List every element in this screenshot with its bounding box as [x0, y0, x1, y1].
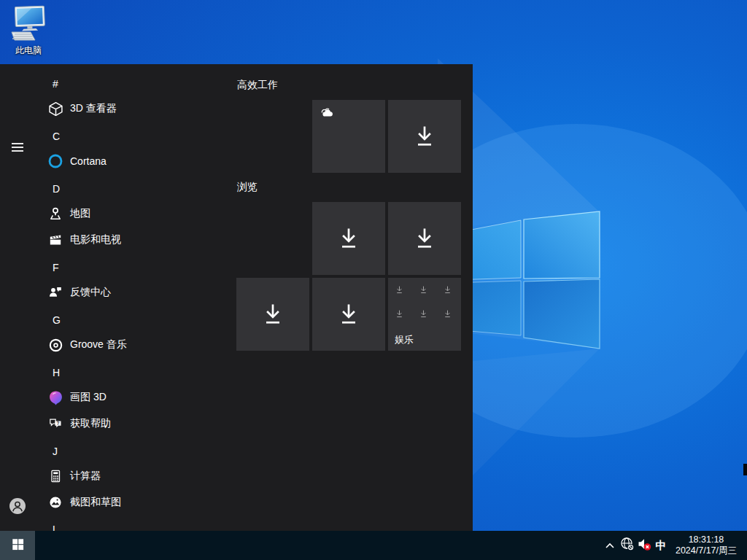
tile-group-title[interactable]: 浏览	[237, 181, 258, 194]
section-letter: #	[53, 78, 58, 90]
app-list-section[interactable]: J	[0, 440, 219, 463]
cortana-icon	[47, 152, 64, 170]
tile-onedrive[interactable]	[312, 100, 385, 173]
windows-logo-icon	[11, 537, 25, 554]
section-letter: G	[53, 314, 61, 326]
download-arrow-icon	[411, 225, 438, 252]
app-list-section[interactable]: F	[0, 256, 219, 279]
download-arrow-icon	[411, 123, 438, 149]
section-letter: C	[53, 131, 60, 142]
download-arrow-icon	[443, 285, 452, 295]
app-list-item[interactable]: ? 获取帮助	[0, 412, 219, 435]
clock-time: 18:31:18	[689, 534, 724, 545]
paint-3d-icon	[47, 389, 64, 406]
app-list-item[interactable]: 反馈中心	[0, 281, 219, 304]
movies-tv-icon	[47, 231, 64, 249]
download-arrow-icon	[443, 309, 452, 319]
tile-pending-download[interactable]	[388, 202, 461, 275]
screen-edge-artifact	[743, 464, 747, 475]
groove-music-icon	[47, 336, 64, 354]
tile-folder-entertainment[interactable]: 娱乐	[388, 278, 461, 351]
calculator-icon	[47, 467, 64, 485]
download-arrow-icon	[336, 301, 362, 327]
section-letter: F	[53, 262, 59, 273]
app-list-item[interactable]: 画图 3D	[0, 386, 219, 409]
start-menu: # 3D 查看器 C Cortana D 地	[0, 64, 473, 531]
network-tray-button[interactable]	[619, 531, 636, 560]
chevron-up-icon	[605, 539, 615, 552]
app-list-item-label: Cortana	[70, 155, 107, 167]
app-list-section[interactable]: C	[0, 125, 219, 148]
app-list-item-label: Groove 音乐	[70, 338, 127, 351]
svg-text:?: ?	[57, 421, 60, 426]
app-list-item-label: 地图	[70, 207, 90, 220]
3d-viewer-icon	[47, 100, 64, 117]
app-list-item[interactable]: Groove 音乐	[0, 333, 219, 357]
app-list-item[interactable]: 地图	[0, 202, 219, 225]
folder-tile-preview	[395, 285, 467, 333]
app-list-item-label: 获取帮助	[70, 417, 111, 430]
taskbar: 中 18:31:18 2024/7/17/周三	[0, 531, 747, 560]
maps-icon	[47, 205, 64, 222]
tile-pending-download[interactable]	[388, 100, 461, 173]
app-list-item-label: 反馈中心	[70, 286, 111, 299]
desktop-icon-this-pc[interactable]: 此电脑	[4, 4, 53, 55]
app-list-item[interactable]: 3D 查看器	[0, 97, 219, 120]
download-arrow-icon	[395, 285, 404, 295]
app-list-item-label: 画图 3D	[70, 391, 107, 404]
app-list-section[interactable]: #	[0, 72, 219, 96]
tile-pending-download[interactable]	[236, 278, 309, 351]
ime-chinese-label: 中	[656, 539, 667, 553]
download-arrow-icon	[260, 301, 286, 327]
app-list-item[interactable]: 电影和电视	[0, 228, 219, 252]
app-list-item-label: 计算器	[70, 470, 101, 483]
desktop-icon-label: 此电脑	[4, 46, 53, 55]
onedrive-cloud-icon	[319, 106, 336, 120]
taskbar-clock[interactable]: 18:31:18 2024/7/17/周三	[670, 531, 743, 560]
section-letter: L	[53, 524, 58, 531]
download-arrow-icon	[395, 309, 404, 319]
app-list-section[interactable]: G	[0, 308, 219, 332]
download-arrow-icon	[419, 309, 428, 319]
tile-pending-download[interactable]	[312, 278, 385, 351]
start-button[interactable]	[0, 531, 35, 560]
app-list-section[interactable]: H	[0, 361, 219, 384]
ime-mode-button[interactable]: 中	[652, 531, 670, 560]
volume-tray-button[interactable]	[635, 531, 654, 560]
download-arrow-icon	[419, 285, 428, 295]
screen: 此电脑	[0, 0, 747, 560]
folder-tile-label: 娱乐	[395, 333, 414, 346]
tile-pending-download[interactable]	[312, 202, 385, 275]
this-pc-icon	[6, 32, 51, 44]
network-offline-icon	[620, 537, 635, 554]
app-list-section[interactable]: L	[0, 518, 219, 531]
app-list-item-label: 截图和草图	[70, 496, 121, 509]
app-list-item[interactable]: 计算器	[0, 464, 219, 488]
feedback-hub-icon	[47, 284, 64, 301]
app-list-item[interactable]: Cortana	[0, 149, 219, 173]
clock-date: 2024/7/17/周三	[676, 545, 737, 556]
volume-muted-icon	[637, 537, 651, 554]
app-list-section[interactable]: D	[0, 177, 219, 201]
download-arrow-icon	[336, 225, 362, 252]
snip-sketch-icon	[47, 494, 64, 511]
app-list-item-label: 3D 查看器	[70, 102, 117, 115]
section-letter: D	[53, 183, 60, 195]
section-letter: H	[53, 367, 60, 378]
section-letter: J	[53, 446, 58, 457]
app-list-item-label: 电影和电视	[70, 233, 121, 246]
app-list-item[interactable]: 截图和草图	[0, 491, 219, 514]
tile-group-title[interactable]: 高效工作	[237, 79, 278, 92]
get-help-icon: ?	[47, 415, 64, 432]
show-hidden-icons-button[interactable]	[601, 531, 619, 560]
